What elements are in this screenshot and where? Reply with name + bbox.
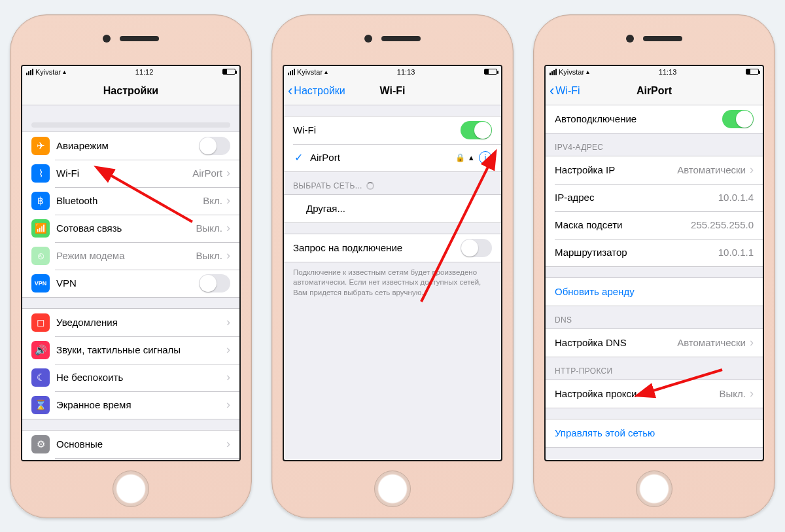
row-connected-network[interactable]: ✓ AirPort 🔒 ▴ i <box>284 144 501 171</box>
chevron-right-icon: › <box>226 398 230 412</box>
chevron-right-icon: › <box>226 370 230 384</box>
chevron-right-icon: › <box>226 315 230 329</box>
phone-settings: Kyivstar ▴ 11:12 Настройки ✈ Авиарежим ⌇… <box>10 14 252 518</box>
chevron-right-icon: › <box>226 437 230 451</box>
status-bar: Kyivstar ▴ 11:13 <box>284 66 501 78</box>
wifi-row-icon: ⌇ <box>31 164 50 183</box>
screen-settings: Kyivstar ▴ 11:12 Настройки ✈ Авиарежим ⌇… <box>21 65 241 461</box>
airplane-switch[interactable] <box>199 137 230 155</box>
page-title: Настройки <box>103 85 158 97</box>
status-bar: Kyivstar ▴ 11:12 <box>22 66 239 78</box>
section-choose-network: ВЫБРАТЬ СЕТЬ... <box>284 172 501 194</box>
chevron-left-icon: ‹ <box>288 84 292 98</box>
chevron-right-icon: › <box>226 249 230 262</box>
battery-icon <box>746 69 759 75</box>
row-wifi[interactable]: ⌇ Wi-Fi AirPort › <box>22 160 239 187</box>
screen-network-detail: Kyivstar ▴ 11:13 ‹ Wi-Fi AirPort Автопод… <box>544 65 764 461</box>
cellular-icon: 📶 <box>31 219 50 238</box>
wifi-icon: ▴ <box>586 68 589 75</box>
back-button[interactable]: ‹ Wi-Fi <box>550 84 580 98</box>
nav-bar: ‹ Настройки Wi-Fi <box>284 78 501 105</box>
row-sounds[interactable]: 🔊 Звуки, тактильные сигналы › <box>22 336 239 364</box>
nav-bar: Настройки <box>22 78 239 105</box>
ask-join-footnote: Подключение к известным сетям будет прои… <box>284 262 501 304</box>
wifi-icon: ▴ <box>324 68 328 75</box>
search-placeholder <box>22 105 239 132</box>
vpn-switch[interactable] <box>199 274 230 293</box>
chevron-right-icon: › <box>750 336 754 349</box>
signal-icon <box>26 69 33 75</box>
airplane-icon: ✈ <box>31 137 50 155</box>
chevron-right-icon: › <box>226 166 230 180</box>
screentime-icon: ⌛ <box>31 396 50 414</box>
row-ask-join[interactable]: Запрос на подключение <box>284 234 501 262</box>
row-airplane[interactable]: ✈ Авиарежим <box>22 132 239 160</box>
row-vpn[interactable]: VPN VPN <box>22 270 239 297</box>
notifications-icon: ◻ <box>31 313 50 332</box>
page-title: Wi-Fi <box>380 85 406 97</box>
clock: 11:13 <box>659 68 677 76</box>
section-dns: DNS <box>546 306 763 328</box>
carrier-label: Kyivstar <box>297 68 323 76</box>
chevron-right-icon: › <box>750 163 754 177</box>
row-manage-network[interactable]: Управлять этой сетью <box>546 419 763 447</box>
row-cellular[interactable]: 📶 Сотовая связь Выкл. › <box>22 215 239 242</box>
row-wifi-toggle[interactable]: Wi-Fi <box>284 116 501 144</box>
wifi-strength-icon: ▴ <box>469 152 474 162</box>
clock: 11:13 <box>397 68 415 76</box>
carrier-label: Kyivstar <box>559 68 584 76</box>
row-dnd[interactable]: ☾ Не беспокоить › <box>22 364 239 391</box>
phone-network-detail: Kyivstar ▴ 11:13 ‹ Wi-Fi AirPort Автопод… <box>533 14 775 518</box>
row-proxy-config[interactable]: Настройка прокси Выкл. › <box>546 380 763 408</box>
carrier-label: Kyivstar <box>35 68 61 76</box>
battery-icon <box>222 69 236 75</box>
section-ipv4: IPV4-АДРЕС <box>546 133 763 156</box>
chevron-right-icon: › <box>226 194 230 207</box>
page-title: AirPort <box>637 85 672 97</box>
nav-bar: ‹ Wi-Fi AirPort <box>546 78 763 105</box>
row-router: Маршрутизатор 10.0.1.1 <box>546 239 763 266</box>
battery-icon <box>484 69 497 75</box>
info-button[interactable]: i <box>479 151 492 164</box>
signal-icon <box>550 69 557 75</box>
row-autoconnect[interactable]: Автоподключение <box>546 105 763 133</box>
row-control-center[interactable]: ⊞ Пункт управления › <box>22 458 239 461</box>
lock-icon: 🔒 <box>455 153 465 162</box>
back-button[interactable]: ‹ Настройки <box>288 84 345 98</box>
row-bluetooth[interactable]: ฿ Bluetooth Вкл. › <box>22 187 239 215</box>
check-icon: ✓ <box>293 151 304 164</box>
bluetooth-icon: ฿ <box>31 192 50 210</box>
autoconnect-switch[interactable] <box>722 110 754 128</box>
row-screentime[interactable]: ⌛ Экранное время › <box>22 391 239 419</box>
ask-join-switch[interactable] <box>461 239 492 257</box>
screen-wifi: Kyivstar ▴ 11:13 ‹ Настройки Wi-Fi Wi-Fi… <box>283 65 502 461</box>
row-subnet-mask: Маска подсети 255.255.255.0 <box>546 211 763 239</box>
status-bar: Kyivstar ▴ 11:13 <box>546 66 763 78</box>
row-dns-config[interactable]: Настройка DNS Автоматически › <box>546 329 763 357</box>
wifi-switch[interactable] <box>461 121 492 139</box>
phone-wifi: Kyivstar ▴ 11:13 ‹ Настройки Wi-Fi Wi-Fi… <box>271 14 514 518</box>
row-general[interactable]: ⚙ Основные › <box>22 431 239 458</box>
row-ip-address: IP-адрес 10.0.1.4 <box>546 184 763 211</box>
dnd-icon: ☾ <box>31 368 50 387</box>
spinner-icon <box>366 182 374 190</box>
vpn-icon: VPN <box>31 274 50 293</box>
clock: 11:12 <box>135 68 154 76</box>
row-hotspot[interactable]: ⎋ Режим модема Выкл. › <box>22 242 239 270</box>
wifi-icon: ▴ <box>63 68 66 75</box>
section-proxy: HTTP-ПРОКСИ <box>546 357 763 380</box>
chevron-left-icon: ‹ <box>550 84 554 98</box>
row-notifications[interactable]: ◻ Уведомления › <box>22 309 239 336</box>
sounds-icon: 🔊 <box>31 341 50 359</box>
chevron-right-icon: › <box>226 343 230 357</box>
row-renew-lease[interactable]: Обновить аренду <box>546 278 763 306</box>
signal-icon <box>288 69 295 75</box>
chevron-right-icon: › <box>750 387 754 400</box>
general-icon: ⚙ <box>31 435 50 453</box>
row-ip-config[interactable]: Настройка IP Автоматически › <box>546 156 763 184</box>
chevron-right-icon: › <box>226 221 230 235</box>
hotspot-icon: ⎋ <box>31 247 50 265</box>
row-other-network[interactable]: Другая... <box>284 195 501 222</box>
